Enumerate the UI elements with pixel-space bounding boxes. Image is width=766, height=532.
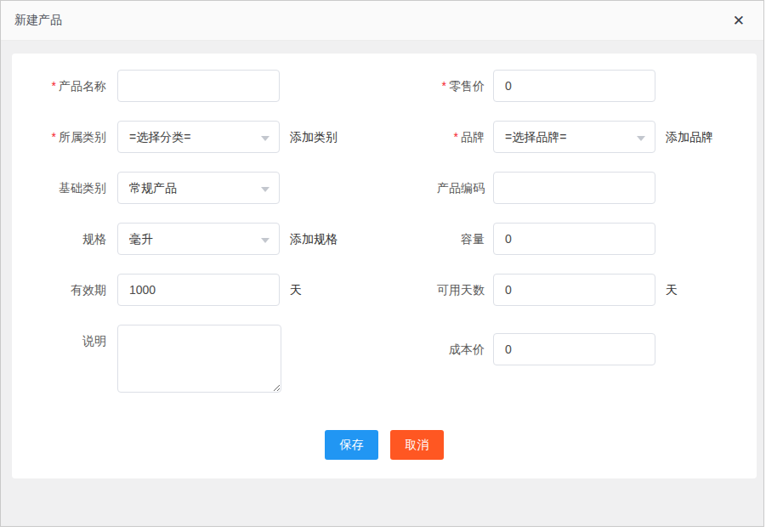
validity-unit-label: 天 — [290, 274, 302, 306]
close-icon[interactable]: ✕ — [728, 10, 750, 31]
field-row-brand: *品牌 =选择品牌= 添加品牌 — [386, 121, 757, 153]
description-label: 说明 — [12, 325, 117, 393]
dialog-actions: 保存 取消 — [12, 430, 757, 460]
required-asterisk: * — [52, 79, 56, 93]
base-category-select-value: 常规产品 — [118, 173, 279, 203]
field-row-cost-price: 成本价 — [386, 333, 757, 365]
caret-down-icon — [261, 238, 270, 243]
new-product-dialog: 新建产品 ✕ *产品名称 *所属类别 =选择分类= 添加类别 — [0, 0, 764, 527]
product-name-label: *产品名称 — [12, 70, 117, 102]
spec-select[interactable]: 毫升 — [117, 223, 280, 255]
category-label: *所属类别 — [12, 121, 117, 153]
retail-price-input[interactable] — [493, 70, 655, 102]
description-textarea[interactable] — [117, 325, 281, 393]
product-code-label: 产品编码 — [386, 172, 493, 204]
base-category-label: 基础类别 — [12, 172, 117, 204]
form-card: *产品名称 *所属类别 =选择分类= 添加类别 基础类别 常规产品 — [12, 54, 757, 478]
spec-label: 规格 — [12, 223, 117, 255]
brand-label: *品牌 — [386, 121, 493, 153]
dialog-header: 新建产品 ✕ — [1, 1, 763, 41]
cost-price-input[interactable] — [493, 333, 655, 365]
brand-select[interactable]: =选择品牌= — [493, 121, 655, 153]
form-columns: *产品名称 *所属类别 =选择分类= 添加类别 基础类别 常规产品 — [12, 54, 757, 411]
caret-down-icon — [637, 136, 645, 141]
field-row-available-days: 可用天数 天 — [386, 274, 757, 306]
caret-down-icon — [261, 187, 270, 192]
brand-select-value: =选择品牌= — [494, 122, 655, 152]
required-asterisk: * — [442, 79, 446, 93]
save-button[interactable]: 保存 — [325, 430, 378, 460]
form-column-left: *产品名称 *所属类别 =选择分类= 添加类别 基础类别 常规产品 — [12, 70, 386, 411]
capacity-input[interactable] — [493, 223, 655, 255]
base-category-select[interactable]: 常规产品 — [117, 172, 280, 204]
product-code-input[interactable] — [493, 172, 655, 204]
retail-price-label: *零售价 — [386, 70, 493, 102]
field-row-description: 说明 — [12, 325, 386, 393]
field-row-spec: 规格 毫升 添加规格 — [12, 223, 386, 255]
available-days-unit-label: 天 — [666, 274, 678, 306]
caret-down-icon — [261, 136, 270, 141]
field-row-product-code: 产品编码 — [386, 172, 757, 204]
validity-label: 有效期 — [12, 274, 117, 306]
field-row-product-name: *产品名称 — [12, 70, 386, 102]
product-name-input[interactable] — [117, 70, 280, 102]
add-category-link[interactable]: 添加类别 — [290, 121, 338, 153]
validity-input[interactable] — [117, 274, 280, 306]
dialog-title: 新建产品 — [14, 13, 62, 28]
add-spec-link[interactable]: 添加规格 — [290, 223, 338, 255]
add-brand-link[interactable]: 添加品牌 — [666, 121, 713, 153]
category-select[interactable]: =选择分类= — [117, 121, 280, 153]
available-days-input[interactable] — [493, 274, 655, 306]
form-column-right: *零售价 *品牌 =选择品牌= 添加品牌 产品编码 容量 — [386, 70, 757, 411]
available-days-label: 可用天数 — [386, 274, 493, 306]
field-row-category: *所属类别 =选择分类= 添加类别 — [12, 121, 386, 153]
field-row-capacity: 容量 — [386, 223, 757, 255]
field-row-validity: 有效期 天 — [12, 274, 386, 306]
category-select-value: =选择分类= — [118, 122, 279, 152]
required-asterisk: * — [52, 130, 56, 144]
capacity-label: 容量 — [386, 223, 493, 255]
field-row-retail-price: *零售价 — [386, 70, 757, 102]
cost-price-label: 成本价 — [386, 333, 493, 365]
field-row-base-category: 基础类别 常规产品 — [12, 172, 386, 204]
spec-select-value: 毫升 — [118, 224, 279, 254]
required-asterisk: * — [454, 130, 458, 144]
cancel-button[interactable]: 取消 — [390, 430, 444, 460]
